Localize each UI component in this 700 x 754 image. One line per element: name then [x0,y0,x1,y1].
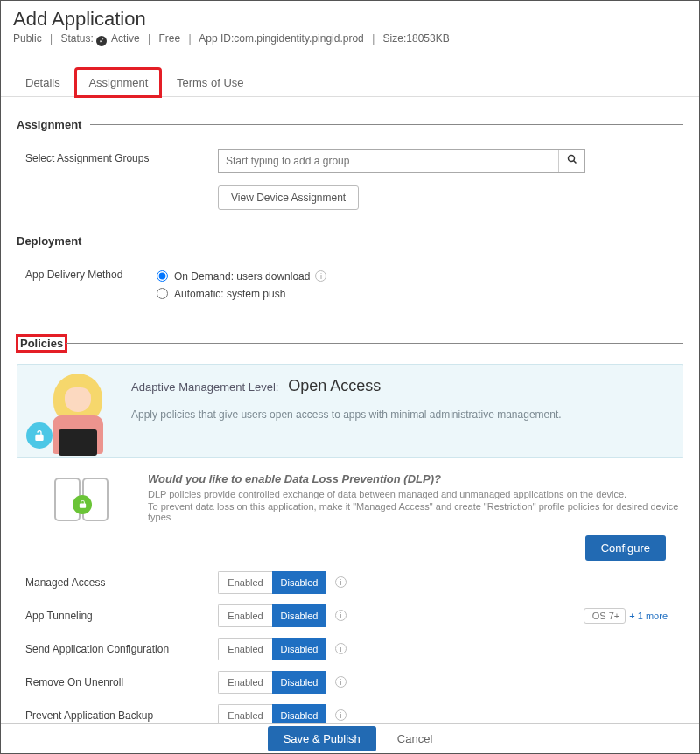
price: Free [158,32,180,45]
size-label: Size: [383,32,407,45]
toggle-enabled[interactable]: Enabled [218,671,272,694]
tab-terms[interactable]: Terms of Use [164,69,256,96]
info-icon[interactable]: i [335,709,346,721]
more-link[interactable]: + 1 more [629,611,668,621]
view-device-assignment-button[interactable]: View Device Assignment [218,185,359,210]
tab-assignment[interactable]: Assignment [75,68,161,97]
app-meta: Public | Status: ✓ Active | Free | App I… [13,32,687,46]
policy-row: App TunnelingEnabledDisablediiOS 7++ 1 m… [17,599,683,632]
policy-row: Managed AccessEnabledDisabledi [17,566,683,599]
enabled-disabled-toggle[interactable]: EnabledDisabled [218,671,326,694]
enabled-disabled-toggle[interactable]: EnabledDisabled [218,704,326,724]
adaptive-management-panel: Adaptive Management Level: Open Access A… [17,364,683,458]
policy-label: Prevent Application Backup [17,709,218,722]
toggle-disabled[interactable]: Disabled [272,638,326,660]
section-assignment: Assignment [17,118,683,131]
os-compat-tags: iOS 7++ 1 more [584,611,683,621]
devices-icon [51,476,114,525]
policy-label: App Tunneling [17,610,218,622]
avatar-illustration [42,374,114,457]
dlp-desc-2: To prevent data loss on this application… [148,501,683,522]
toggle-enabled[interactable]: Enabled [218,604,272,627]
info-icon[interactable]: i [335,610,346,621]
toggle-enabled[interactable]: Enabled [218,704,272,724]
dlp-desc-1: DLP policies provide controlled exchange… [148,489,683,499]
toggle-enabled[interactable]: Enabled [218,638,272,660]
svg-line-1 [573,161,576,164]
policy-label: Managed Access [17,576,218,589]
svg-point-0 [568,156,574,162]
adaptive-level-heading: Adaptive Management Level: Open Access [131,377,667,401]
radio-automatic[interactable]: Automatic: system push [157,288,683,300]
status-label: Status: [61,32,94,45]
app-id: com.pingidentity.pingid.prod [234,32,364,45]
os-tag: iOS 7+ [584,608,626,624]
cancel-button[interactable]: Cancel [397,732,432,745]
section-deployment: Deployment [17,234,683,248]
visibility: Public [13,32,42,45]
tab-bar: Details Assignment Terms of Use [1,53,699,97]
dlp-title: Would you like to enable Data Loss Preve… [148,472,683,485]
check-icon: ✓ [96,36,107,46]
policy-row: Send Application ConfigurationEnabledDis… [17,632,683,666]
radio-on-demand[interactable]: On Demand: users download i [157,270,683,283]
toggle-disabled[interactable]: Disabled [272,571,326,594]
radio-automatic-input[interactable] [157,288,168,299]
policy-label: Remove On Unenroll [17,676,218,688]
size-value: 18053KB [406,32,449,45]
configure-button[interactable]: Configure [585,535,666,561]
policy-row: Prevent Application BackupEnabledDisable… [17,699,683,724]
adaptive-description: Apply policies that give users open acce… [131,408,667,421]
page-title: Add Application [13,8,687,31]
policy-label: Send Application Configuration [17,643,218,655]
footer-bar: Save & Publish Cancel [1,723,699,753]
info-icon[interactable]: i [335,676,346,688]
info-icon[interactable]: i [315,270,326,282]
enabled-disabled-toggle[interactable]: EnabledDisabled [218,604,326,627]
toggle-enabled[interactable]: Enabled [218,571,272,594]
status-value: Active [111,32,140,45]
group-search-input[interactable] [219,150,558,172]
app-id-label: App ID: [199,32,234,45]
save-publish-button[interactable]: Save & Publish [268,726,376,751]
toggle-disabled[interactable]: Disabled [272,704,326,724]
assignment-group-search [218,149,585,173]
toggle-disabled[interactable]: Disabled [272,671,326,694]
search-icon[interactable] [558,150,584,172]
assignment-groups-label: Select Assignment Groups [17,149,218,210]
unlock-icon [26,422,52,449]
section-policies: Policies [17,335,683,352]
policy-row: Remove On UnenrollEnabledDisabledi [17,666,683,699]
dlp-section: Would you like to enable Data Loss Preve… [17,472,683,525]
header: Add Application Public | Status: ✓ Activ… [1,1,699,53]
tab-details[interactable]: Details [13,69,73,96]
enabled-disabled-toggle[interactable]: EnabledDisabled [218,571,326,594]
toggle-disabled[interactable]: Disabled [272,604,326,627]
radio-on-demand-input[interactable] [157,270,168,282]
main-scroll[interactable]: Add Application Public | Status: ✓ Activ… [1,1,699,723]
delivery-method-label: App Delivery Method [17,265,157,305]
enabled-disabled-toggle[interactable]: EnabledDisabled [218,638,326,660]
info-icon[interactable]: i [335,643,346,654]
info-icon[interactable]: i [335,576,346,588]
